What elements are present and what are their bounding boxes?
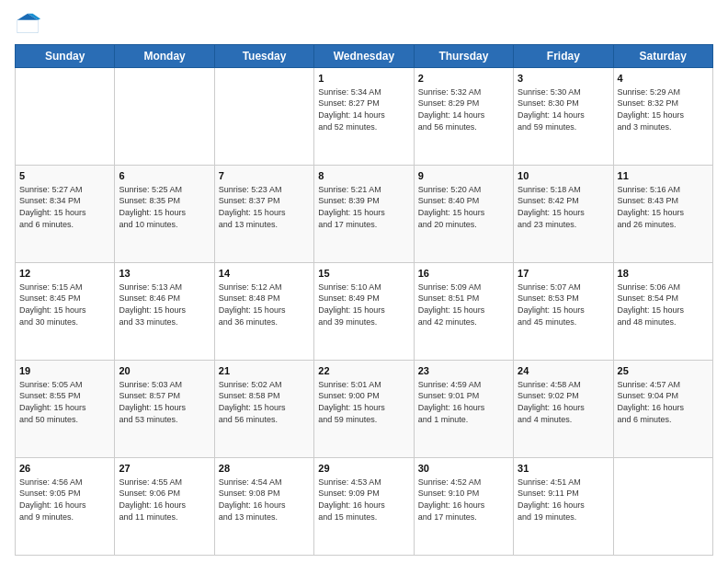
day-info: Sunrise: 4:55 AM bbox=[119, 477, 210, 488]
day-info: and 53 minutes. bbox=[119, 414, 210, 426]
day-info: and 50 minutes. bbox=[19, 414, 110, 426]
day-cell: 13Sunrise: 5:13 AMSunset: 8:46 PMDayligh… bbox=[115, 263, 214, 361]
day-info: Sunset: 9:01 PM bbox=[418, 390, 509, 402]
day-info: Sunset: 8:27 PM bbox=[318, 98, 409, 109]
day-info: Daylight: 15 hours bbox=[119, 304, 210, 316]
day-info: Sunrise: 5:32 AM bbox=[418, 86, 509, 98]
day-info: and 33 minutes. bbox=[119, 316, 210, 328]
day-cell: 7Sunrise: 5:23 AMSunset: 8:37 PMDaylight… bbox=[214, 166, 313, 263]
weekday-header-friday: Friday bbox=[514, 45, 613, 68]
day-info: and 59 minutes. bbox=[318, 414, 409, 426]
day-cell: 29Sunrise: 4:53 AMSunset: 9:09 PMDayligh… bbox=[314, 458, 414, 556]
day-info: Daylight: 16 hours bbox=[19, 500, 110, 511]
day-info: Daylight: 15 hours bbox=[219, 304, 310, 316]
day-info: Sunrise: 5:10 AM bbox=[318, 282, 409, 293]
weekday-header-row: SundayMondayTuesdayWednesdayThursdayFrid… bbox=[16, 45, 713, 68]
week-row-5: 26Sunrise: 4:56 AMSunset: 9:05 PMDayligh… bbox=[16, 458, 713, 556]
svg-rect-2 bbox=[17, 20, 38, 33]
day-number: 31 bbox=[518, 462, 609, 476]
day-info: Sunrise: 5:20 AM bbox=[418, 184, 509, 196]
day-info: and 52 minutes. bbox=[318, 121, 409, 133]
day-info: Sunrise: 5:09 AM bbox=[418, 282, 509, 293]
day-info: Sunset: 8:39 PM bbox=[318, 195, 409, 207]
day-info: and 15 minutes. bbox=[318, 511, 409, 523]
day-info: Sunrise: 4:58 AM bbox=[518, 379, 609, 391]
day-info: Sunset: 8:45 PM bbox=[19, 293, 110, 304]
day-cell: 22Sunrise: 5:01 AMSunset: 9:00 PMDayligh… bbox=[314, 361, 414, 458]
day-info: Sunset: 8:29 PM bbox=[418, 98, 509, 109]
weekday-header-thursday: Thursday bbox=[414, 45, 513, 68]
day-info: Sunset: 9:06 PM bbox=[119, 488, 210, 500]
logo-icon bbox=[15, 11, 40, 37]
day-info: and 56 minutes. bbox=[418, 121, 509, 133]
day-info: Sunrise: 5:15 AM bbox=[19, 282, 110, 293]
day-number: 14 bbox=[219, 267, 310, 281]
day-info: Sunset: 8:42 PM bbox=[518, 195, 609, 207]
day-info: and 10 minutes. bbox=[119, 219, 210, 231]
day-info: Sunrise: 5:23 AM bbox=[219, 184, 310, 196]
day-info: and 17 minutes. bbox=[318, 219, 409, 231]
weekday-header-wednesday: Wednesday bbox=[314, 45, 414, 68]
day-number: 18 bbox=[618, 267, 709, 281]
day-info: Daylight: 16 hours bbox=[618, 402, 709, 414]
weekday-header-monday: Monday bbox=[115, 45, 214, 68]
day-info: Sunrise: 5:29 AM bbox=[618, 86, 709, 98]
day-info: Sunrise: 5:30 AM bbox=[518, 86, 609, 98]
day-info: Sunset: 8:57 PM bbox=[119, 390, 210, 402]
day-info: and 36 minutes. bbox=[219, 316, 310, 328]
day-cell: 28Sunrise: 4:54 AMSunset: 9:08 PMDayligh… bbox=[214, 458, 313, 556]
day-info: Sunset: 8:53 PM bbox=[518, 293, 609, 304]
day-info: Sunrise: 5:16 AM bbox=[618, 184, 709, 196]
day-cell: 23Sunrise: 4:59 AMSunset: 9:01 PMDayligh… bbox=[414, 361, 513, 458]
day-info: Sunrise: 5:13 AM bbox=[119, 282, 210, 293]
day-number: 17 bbox=[518, 267, 609, 281]
day-info: Daylight: 15 hours bbox=[219, 207, 310, 219]
day-info: Daylight: 14 hours bbox=[318, 109, 409, 121]
day-info: Daylight: 16 hours bbox=[318, 500, 409, 511]
day-info: and 56 minutes. bbox=[219, 414, 310, 426]
day-info: Sunset: 8:49 PM bbox=[318, 293, 409, 304]
day-info: Sunset: 9:10 PM bbox=[418, 488, 509, 500]
day-cell: 17Sunrise: 5:07 AMSunset: 8:53 PMDayligh… bbox=[514, 263, 613, 361]
day-info: Daylight: 16 hours bbox=[219, 500, 310, 511]
day-info: Daylight: 15 hours bbox=[19, 402, 110, 414]
day-number: 12 bbox=[19, 267, 110, 281]
day-cell: 25Sunrise: 4:57 AMSunset: 9:04 PMDayligh… bbox=[613, 361, 712, 458]
day-number: 27 bbox=[119, 462, 210, 476]
day-info: and 39 minutes. bbox=[318, 316, 409, 328]
weekday-header-tuesday: Tuesday bbox=[214, 45, 313, 68]
day-info: and 1 minute. bbox=[418, 414, 509, 426]
day-info: Sunset: 9:11 PM bbox=[518, 488, 609, 500]
day-info: and 19 minutes. bbox=[518, 511, 609, 523]
day-cell: 15Sunrise: 5:10 AMSunset: 8:49 PMDayligh… bbox=[314, 263, 414, 361]
day-info: and 4 minutes. bbox=[518, 414, 609, 426]
day-info: and 13 minutes. bbox=[219, 511, 310, 523]
day-info: and 30 minutes. bbox=[19, 316, 110, 328]
day-cell: 27Sunrise: 4:55 AMSunset: 9:06 PMDayligh… bbox=[115, 458, 214, 556]
page: SundayMondayTuesdayWednesdayThursdayFrid… bbox=[0, 0, 728, 563]
day-cell: 2Sunrise: 5:32 AMSunset: 8:29 PMDaylight… bbox=[414, 68, 513, 166]
day-cell bbox=[16, 68, 115, 166]
week-row-4: 19Sunrise: 5:05 AMSunset: 8:55 PMDayligh… bbox=[16, 361, 713, 458]
day-number: 1 bbox=[318, 72, 409, 86]
day-cell: 14Sunrise: 5:12 AMSunset: 8:48 PMDayligh… bbox=[214, 263, 313, 361]
day-info: Sunset: 8:48 PM bbox=[219, 293, 310, 304]
day-info: and 11 minutes. bbox=[119, 511, 210, 523]
day-info: Sunrise: 5:07 AM bbox=[518, 282, 609, 293]
day-number: 10 bbox=[518, 169, 609, 183]
day-number: 7 bbox=[219, 169, 310, 183]
day-info: Daylight: 15 hours bbox=[518, 304, 609, 316]
day-number: 3 bbox=[518, 72, 609, 86]
day-info: Sunset: 9:02 PM bbox=[518, 390, 609, 402]
day-number: 9 bbox=[418, 169, 509, 183]
day-info: Daylight: 15 hours bbox=[418, 304, 509, 316]
day-info: and 42 minutes. bbox=[418, 316, 509, 328]
day-info: Sunrise: 4:59 AM bbox=[418, 379, 509, 391]
day-cell bbox=[115, 68, 214, 166]
day-info: Daylight: 15 hours bbox=[318, 207, 409, 219]
day-info: Sunset: 9:00 PM bbox=[318, 390, 409, 402]
day-number: 6 bbox=[119, 169, 210, 183]
week-row-1: 1Sunrise: 5:34 AMSunset: 8:27 PMDaylight… bbox=[16, 68, 713, 166]
day-info: Sunrise: 5:02 AM bbox=[219, 379, 310, 391]
day-info: Sunrise: 5:06 AM bbox=[618, 282, 709, 293]
